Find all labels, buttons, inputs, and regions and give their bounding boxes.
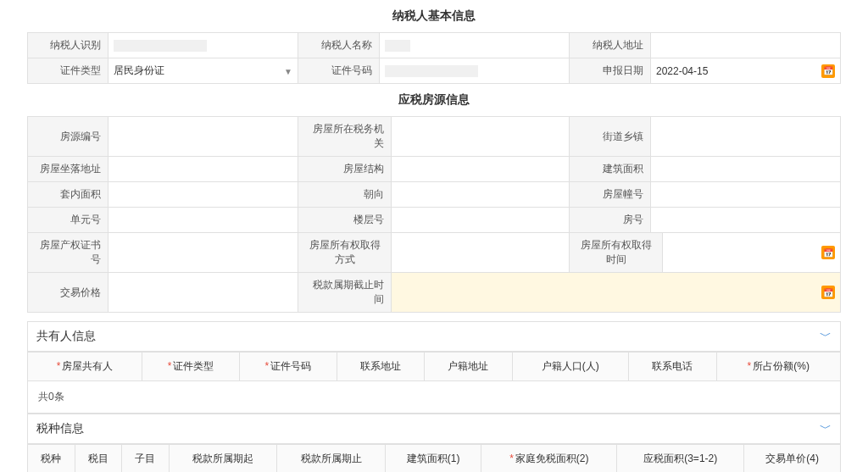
label-price: 交易价格 <box>27 273 108 313</box>
label-location: 房屋坐落地址 <box>27 157 108 182</box>
panel-taxinfo-title: 税种信息 <box>36 421 84 436</box>
panel-taxinfo-header[interactable]: 税种信息 ﹀ <box>27 414 841 444</box>
field-id-number[interactable] <box>380 58 570 84</box>
field-location[interactable] <box>108 157 298 182</box>
th-phone: 联系电话 <box>629 353 716 381</box>
field-cert-no[interactable] <box>108 233 298 273</box>
field-orientation[interactable] <box>392 182 570 208</box>
field-taxpayer-name[interactable] <box>380 32 570 58</box>
field-inner-area[interactable] <box>108 182 298 208</box>
label-inner-area: 套内面积 <box>27 182 108 208</box>
section-title-basic: 纳税人基本信息 <box>27 0 841 32</box>
value-declare-date: 2022-04-15 <box>656 65 708 77</box>
th-reg-pop: 户籍人口(人) <box>512 353 628 381</box>
basic-row-1: 纳税人识别 纳税人名称 纳税人地址 <box>27 32 841 58</box>
th-id-type: *证件类型 <box>142 353 240 381</box>
chevron-down-icon[interactable]: ﹀ <box>820 421 832 436</box>
th-tax-item: 税目 <box>75 445 122 473</box>
label-orientation: 朝向 <box>298 182 392 208</box>
field-source-no[interactable] <box>108 116 298 157</box>
panel-coowner-title: 共有人信息 <box>36 329 96 344</box>
th-owner: *房屋共有人 <box>28 353 142 381</box>
calendar-icon[interactable]: 📅 <box>821 286 835 299</box>
th-unit-price4: 交易单价(4) <box>744 445 841 473</box>
label-block-no: 房屋幢号 <box>570 182 651 208</box>
field-structure[interactable] <box>392 157 570 182</box>
panel-coowner-header[interactable]: 共有人信息 ﹀ <box>27 321 841 352</box>
label-acquire-method: 房屋所有权取得方式 <box>298 233 392 273</box>
chevron-down-icon[interactable]: ﹀ <box>820 329 832 344</box>
th-period-start: 税款所属期起 <box>169 445 277 473</box>
calendar-icon[interactable]: 📅 <box>821 64 835 78</box>
calendar-icon[interactable]: 📅 <box>821 246 835 259</box>
label-id-type: 证件类型 <box>27 58 108 84</box>
label-tax-org: 房屋所在税务机关 <box>298 116 392 157</box>
value-id-type: 居民身份证 <box>114 64 164 78</box>
th-contact-addr: 联系地址 <box>337 353 424 381</box>
field-declare-date[interactable]: 2022-04-15 📅 <box>651 58 841 84</box>
field-taxpayer-id[interactable] <box>108 32 298 58</box>
th-share: *所占份额(%) <box>716 353 841 381</box>
label-floor-no: 楼层号 <box>298 208 392 233</box>
taxinfo-table: 税种 税目 子目 税款所属期起 税款所属期止 建筑面积(1) *家庭免税面积(2… <box>27 444 841 472</box>
field-acquire-method[interactable] <box>392 233 570 273</box>
field-town[interactable] <box>651 116 841 157</box>
field-build-area[interactable] <box>651 157 841 182</box>
label-cert-no: 房屋产权证书号 <box>27 233 108 273</box>
basic-row-2: 证件类型 居民身份证 ▼ 证件号码 申报日期 2022-04-15 📅 <box>27 58 841 84</box>
label-acquire-time: 房屋所有权取得时间 <box>570 233 663 273</box>
label-id-number: 证件号码 <box>298 58 380 84</box>
label-tax-period-end: 税款属期截止时间 <box>298 273 392 313</box>
label-structure: 房屋结构 <box>298 157 392 182</box>
coowner-empty-text: 共0条 <box>28 381 841 414</box>
th-id-number: *证件号码 <box>239 353 337 381</box>
label-room-no: 房号 <box>570 208 651 233</box>
label-source-no: 房源编号 <box>27 116 108 157</box>
label-build-area: 建筑面积 <box>570 157 651 182</box>
th-taxable-area3: 应税面积(3=1-2) <box>617 445 744 473</box>
dropdown-icon: ▼ <box>284 66 292 75</box>
label-town: 街道乡镇 <box>570 116 651 157</box>
label-taxpayer-name: 纳税人名称 <box>298 32 380 58</box>
field-room-no[interactable] <box>651 208 841 233</box>
field-taxpayer-address[interactable] <box>651 32 841 58</box>
field-tax-period-end[interactable]: 📅 <box>392 273 841 313</box>
field-floor-no[interactable] <box>392 208 570 233</box>
field-tax-org[interactable] <box>392 116 570 157</box>
coowner-table: *房屋共有人 *证件类型 *证件号码 联系地址 户籍地址 户籍人口(人) 联系电… <box>27 352 841 414</box>
label-unit-no: 单元号 <box>27 208 108 233</box>
label-taxpayer-id: 纳税人识别 <box>27 32 108 58</box>
label-taxpayer-address: 纳税人地址 <box>570 32 651 58</box>
field-id-type[interactable]: 居民身份证 ▼ <box>108 58 298 84</box>
th-reg-addr: 户籍地址 <box>425 353 512 381</box>
th-family-exempt2: *家庭免税面积(2) <box>481 445 617 473</box>
th-build-area1: 建筑面积(1) <box>385 445 481 473</box>
label-declare-date: 申报日期 <box>570 58 651 84</box>
field-block-no[interactable] <box>651 182 841 208</box>
th-period-end: 税款所属期止 <box>277 445 386 473</box>
section-title-house: 应税房源信息 <box>27 84 841 116</box>
th-tax-type: 税种 <box>28 445 75 473</box>
field-acquire-time[interactable]: 📅 <box>663 233 841 273</box>
field-unit-no[interactable] <box>108 208 298 233</box>
coowner-empty-row: 共0条 <box>28 381 841 414</box>
field-price[interactable] <box>108 273 298 313</box>
th-sub-item: 子目 <box>122 445 170 473</box>
